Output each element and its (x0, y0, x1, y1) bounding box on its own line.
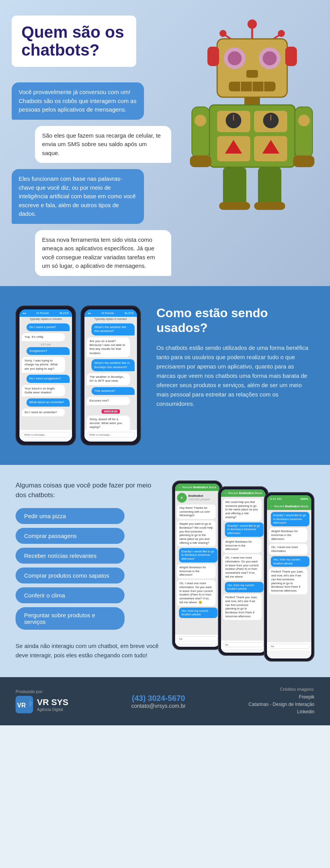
sm-msg: Oh, I need one more information. (269, 544, 307, 555)
msg: Yup. It's chilly. (22, 333, 65, 341)
svg-rect-35 (293, 155, 314, 167)
footer-produced-label: Produzido por: (16, 689, 68, 694)
phone-header-2: ●● Hi Poncho BLOCK (84, 309, 137, 317)
feature-btn-sapatos: Comprar produtos como sapatos (16, 568, 125, 583)
svg-point-3 (219, 30, 226, 37)
hero-title: Quem são os chatbots? (21, 23, 126, 59)
features-intro: Algumas coisas que você pode fazer por m… (16, 480, 160, 500)
sm-msg: Yes, from my current location please (179, 608, 218, 618)
footer-credit-2: Catarinas - Design de Interação (249, 701, 314, 708)
chat-input-1[interactable] (21, 432, 70, 438)
bubble-3: Eles funcionam com base nas palavras-cha… (12, 169, 144, 224)
phone-screen-1: ●● Hi Poncho BLOCK Typically replies in … (19, 309, 72, 442)
msg: What about an umbrella? (26, 398, 70, 406)
msg: What's the weather like this weekend? (91, 323, 135, 335)
phone-c: 9:41 AM 100% ← Recent BlaBlaBot Block Ex… (264, 492, 314, 662)
svg-point-5 (278, 30, 285, 37)
sm-msg: Exactly! I would like to go to Bordeaux … (179, 548, 218, 562)
footer-logo: VR VR SYS Agência Digital (16, 696, 68, 713)
sm-msg: Oh, I need one more information. Do you … (177, 580, 216, 606)
msg: Your future's so bright. Gotta wear shad… (22, 385, 65, 397)
robot-illustration (186, 16, 318, 202)
sm-msg: Yes, from my current location please (225, 582, 263, 593)
footer-credits-label: Créditos imagens: (249, 687, 314, 692)
chat-area-2: What's the weather like this weekend? Ar… (84, 321, 137, 430)
phone-a: ← Recent BlaBlaBot Block B BlaBlaBot 100… (172, 480, 223, 662)
svg-point-12 (263, 51, 277, 65)
svg-point-33 (298, 115, 310, 126)
phone-a-input[interactable] (177, 636, 218, 641)
footer-section: Produzido por: VR VR SYS Agência Digital… (0, 677, 330, 726)
chat-area-1: Do I need a jacket? Yup. It's chilly. 9:… (19, 321, 72, 430)
sm-msg: Alright! Bordeaux for tomorrow in the af… (269, 528, 307, 542)
features-outro: Se ainda não interagiu com um chatbot, e… (16, 641, 160, 660)
svg-text:VR: VR (17, 702, 26, 709)
phone-mockup-1: ●● Hi Poncho BLOCK Typically replies in … (16, 306, 76, 445)
svg-rect-39 (254, 202, 285, 210)
bubble-1: Você provavelmente já conversou com um! … (12, 82, 144, 120)
feature-btn-servicos: Perguntar sobre produtos e serviços (16, 607, 125, 630)
sm-msg: Maybe you want to go to Bordeaux? We cou… (177, 520, 216, 547)
sm-msg: Exactly! I would like to go to Bordeaux … (271, 512, 309, 526)
phone-header-1: ●● Hi Poncho BLOCK (19, 309, 72, 317)
bubble-4: Essa nova ferramenta tem sido vista como… (35, 230, 171, 276)
footer-agency: Agência Digital (37, 707, 68, 712)
svg-rect-34 (190, 155, 211, 167)
svg-rect-37 (258, 167, 281, 206)
features-section: Algumas coisas que você pode fazer por m… (0, 465, 330, 677)
usage-text: Como estão sendo usados? Os chatbots est… (156, 306, 314, 409)
bubble-2: São eles que fazem sua recarga de celula… (35, 126, 171, 163)
phone-screen-2: ●● Hi Poncho BLOCK Typically replies in … (84, 309, 137, 442)
footer-contact: (43) 3024-5670 contato@vrsys.com.br (131, 694, 185, 709)
svg-rect-36 (223, 167, 246, 206)
footer-email: contato@vrsys.com.br (131, 703, 185, 709)
sm-msg: Alright! Bordeaux for tomorrow in the af… (223, 538, 262, 553)
msg: Sunglasses? (26, 347, 70, 355)
svg-point-32 (195, 115, 206, 126)
svg-rect-31 (295, 107, 312, 157)
msg: Excusez-moi? (87, 397, 130, 405)
usage-description: Os chatbots estão sendo utilizados de um… (156, 343, 314, 409)
msg: What's the weather like in Brooklyn this… (91, 359, 135, 371)
hero-chat-bubbles: Você provavelmente já conversou com um! … (12, 79, 178, 286)
hero-left: Quem são os chatbots? Você provavelmente… (12, 16, 186, 286)
feature-btn-pizza: Pedir uma pizza (16, 508, 125, 524)
feature-btn-noticias: Receber notícias relevantes (16, 548, 125, 564)
hero-title-box: Quem são os chatbots? (12, 16, 136, 67)
footer-credit-3: Linkedin (249, 708, 314, 716)
svg-rect-13 (246, 70, 258, 78)
robot-svg (186, 16, 318, 210)
msg: The weather in Brooklyn, NY is 46°F and … (87, 373, 130, 385)
footer-credit-1: Freepik (249, 693, 314, 701)
phone-stack: ← Recent BlaBlaBot Block B BlaBlaBot 100… (172, 480, 314, 662)
phone-b-input[interactable] (223, 642, 264, 647)
sm-msg: Alright! Bordeaux for tomorrow in the af… (177, 564, 216, 578)
msg: Are you on a boat? Because I was not abl… (87, 337, 130, 358)
footer-company: VR SYS (37, 697, 68, 707)
feature-buttons-list: Pedir uma pizza Comprar passagens Recebe… (16, 508, 160, 634)
usage-title: Como estão sendo usados? (156, 306, 314, 335)
phone-mockups: ●● Hi Poncho BLOCK Typically replies in … (16, 306, 141, 445)
sm-msg: Hey there! Thanks for connecting with us… (177, 505, 216, 519)
msg: Sorry, I was trying to charge my phone. … (22, 357, 65, 373)
sm-msg: We could help you find someone planning … (223, 499, 262, 521)
phone-c-input[interactable] (269, 644, 310, 649)
vrsys-logo-icon: VR (16, 696, 33, 713)
sm-msg: Exactly! I would like to go to Bordeaux … (225, 522, 263, 537)
phone-mockup-2: ●● Hi Poncho BLOCK Typically replies in … (81, 306, 141, 445)
usage-section: ●● Hi Poncho BLOCK Typically replies in … (0, 286, 330, 465)
svg-rect-38 (219, 202, 250, 210)
footer-right: Créditos imagens: Freepik Catarinas - De… (249, 687, 314, 716)
features-left: Algumas coisas que você pode fazer por m… (16, 480, 160, 660)
svg-rect-30 (192, 107, 209, 157)
svg-point-1 (248, 19, 257, 29)
feature-btn-clima: Conferir o clima (16, 587, 125, 603)
footer-phone: (43) 3024-5670 (131, 694, 185, 703)
svg-rect-18 (244, 97, 260, 105)
svg-rect-7 (207, 47, 219, 66)
sm-msg: Perfect! Thank you Juan, and now, let's … (223, 594, 262, 620)
chat-input-2[interactable] (86, 432, 135, 438)
msg: This weekend? (91, 387, 135, 395)
svg-rect-8 (285, 47, 297, 66)
msg: Do I need an umbrella? (22, 409, 65, 416)
